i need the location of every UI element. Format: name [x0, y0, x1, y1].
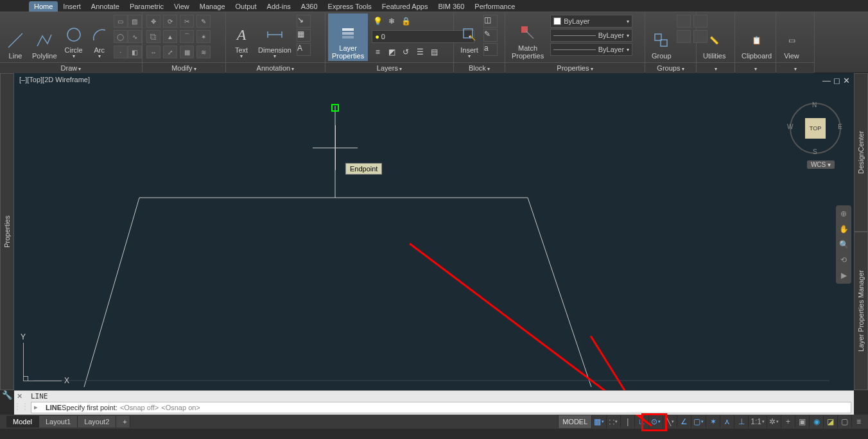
nav-orbit-icon[interactable]: ⟲ [838, 254, 849, 266]
layer-state-icon[interactable]: ☰ [414, 46, 426, 58]
mtext-icon[interactable]: A [297, 43, 311, 56]
attr-icon[interactable]: a [483, 43, 498, 56]
tab-manage[interactable]: Manage [195, 1, 230, 12]
hatch-icon[interactable]: ▨ [128, 15, 142, 28]
utilities-button[interactable]: 📏Utilities [699, 13, 729, 61]
status-snap-icon[interactable]: ⸬ ▾ [606, 415, 620, 428]
nav-pan-icon[interactable]: ✋ [838, 223, 849, 235]
status-ws-icon[interactable]: + [781, 415, 795, 428]
layer-off-icon[interactable]: 💡 [372, 15, 383, 27]
color-combo[interactable]: ByLayer▾ [550, 15, 632, 28]
match-properties-button[interactable]: Match Properties [508, 13, 548, 61]
arc-button[interactable]: Arc [87, 13, 112, 61]
tab-bim360[interactable]: BIM 360 [433, 1, 469, 12]
panel-utilities-title[interactable] [697, 62, 734, 73]
clipboard-button[interactable]: 📋Clipboard [738, 13, 776, 61]
ungroup-icon[interactable] [677, 15, 691, 28]
cmd-input[interactable]: ▸ LINE Specify first point: <Osnap off> … [31, 402, 851, 413]
layer-lock-icon[interactable]: 🔒 [400, 15, 412, 27]
array-icon[interactable]: ▦ [180, 46, 194, 58]
add-layout-button[interactable]: + [116, 416, 130, 427]
status-clean-icon[interactable]: ▢ [837, 415, 851, 428]
wcs-badge[interactable]: WCS ▾ [807, 160, 835, 169]
status-customize-icon[interactable]: ≡ [851, 415, 865, 428]
mirror-icon[interactable]: ▲ [163, 30, 177, 43]
status-monitor-icon[interactable]: ▣ [795, 415, 809, 428]
status-model-button[interactable]: MODEL [558, 415, 591, 428]
panel-block-title[interactable]: Block [454, 62, 505, 73]
nav-zoom-icon[interactable]: 🔍 [838, 239, 849, 250]
status-osnap-icon[interactable]: ▢ ▾ [691, 415, 706, 428]
ellipse-icon[interactable]: ◯ [114, 30, 128, 43]
point-icon[interactable]: · [114, 46, 128, 58]
table-icon[interactable]: ▦ [297, 29, 311, 42]
nav-fullnav-icon[interactable]: ⊕ [838, 208, 849, 220]
panel-properties-title[interactable]: Properties [505, 62, 645, 73]
fillet-icon[interactable]: ⌒ [180, 30, 194, 43]
viewport-label[interactable]: [–][Top][2D Wireframe] [19, 76, 90, 83]
panel-layers-title[interactable]: Layers [326, 62, 453, 73]
status-grid-icon[interactable]: ▦ ▾ [591, 415, 606, 428]
tab-output[interactable]: Output [230, 1, 262, 12]
tab-home[interactable]: Home [29, 1, 58, 12]
region-icon[interactable]: ◧ [128, 46, 142, 58]
text-button[interactable]: A Text [229, 13, 254, 61]
dimension-button[interactable]: Dimension [254, 13, 295, 61]
move-icon[interactable]: ✥ [146, 15, 161, 28]
layout2-tab[interactable]: Layout2 [78, 416, 116, 427]
view-button[interactable]: ▭View [779, 13, 804, 61]
cmd-drag-handle[interactable]: ⋮⋮ [17, 400, 26, 413]
tab-addins[interactable]: Add-ins [262, 1, 296, 12]
lineweight-combo[interactable]: ByLayer▾ [550, 29, 632, 42]
viewcube-face[interactable]: TOP [805, 118, 826, 139]
layout1-tab[interactable]: Layout1 [39, 416, 78, 427]
status-dyn-icon[interactable]: ⊥ [734, 415, 748, 428]
status-isolate-icon[interactable]: ◪ [823, 415, 837, 428]
status-hw-icon[interactable]: ◉ [809, 415, 823, 428]
layer-properties-button[interactable]: Layer Properties [328, 13, 368, 61]
insert-button[interactable]: Insert [456, 13, 482, 61]
panel-draw-title[interactable]: Draw [0, 62, 142, 73]
spline-icon[interactable]: ∿ [128, 30, 142, 43]
viewport[interactable]: [–][Top][2D Wireframe] — ◻ ✕ Endpoint X … [14, 73, 854, 390]
status-3dosnap-icon[interactable]: ✶ [706, 415, 720, 428]
tab-parametric[interactable]: Parametric [125, 1, 169, 12]
panel-view-title[interactable] [776, 62, 814, 73]
group-button[interactable]: Group [648, 13, 675, 61]
erase-icon[interactable]: ✎ [196, 15, 211, 28]
layer-iso-icon[interactable]: ◩ [386, 46, 397, 58]
tab-express[interactable]: Express Tools [323, 1, 377, 12]
stretch-icon[interactable]: ↔ [146, 46, 161, 58]
polyline-button[interactable]: Polyline [28, 13, 61, 61]
status-scale-button[interactable]: 1:1 ▾ [748, 415, 767, 428]
customize-icon[interactable]: 🔧 [1, 389, 13, 400]
circle-button[interactable]: Circle [61, 13, 87, 61]
linetype-combo[interactable]: ByLayer▾ [550, 43, 632, 56]
status-dynucs-icon[interactable]: ⋏ [720, 415, 734, 428]
layer-walk-icon[interactable]: ▤ [428, 46, 440, 58]
copy-icon[interactable]: ⿻ [146, 30, 161, 43]
layer-manager-palette-tab[interactable]: Layer Properties Manager [854, 232, 868, 390]
panel-annotation-title[interactable]: Annotation [226, 62, 325, 73]
panel-groups-title[interactable]: Groups [645, 62, 696, 73]
viewcube[interactable]: TOP NSEW [790, 103, 841, 154]
layer-match-icon[interactable]: ≡ [372, 46, 383, 58]
layer-prev-icon[interactable]: ↺ [400, 46, 412, 58]
rectangle-icon[interactable]: ▭ [114, 15, 128, 28]
panel-clipboard-title[interactable] [735, 62, 776, 73]
designcenter-palette-tab[interactable]: DesignCenter [854, 73, 868, 232]
line-button[interactable]: Line [3, 13, 28, 61]
tab-annotate[interactable]: Annotate [86, 1, 125, 12]
layer-freeze-icon[interactable]: ❄ [386, 15, 397, 27]
offset-icon[interactable]: ≋ [196, 46, 211, 58]
tab-featured[interactable]: Featured Apps [377, 1, 433, 12]
create-block-icon[interactable]: ◫ [483, 15, 498, 28]
edit-block-icon[interactable]: ✎ [483, 29, 498, 42]
tab-view[interactable]: View [169, 1, 195, 12]
leader-icon[interactable]: ↘ [297, 15, 311, 28]
group-bbox-icon[interactable] [677, 30, 691, 43]
nav-showmotion-icon[interactable]: ▶ [838, 270, 849, 281]
tab-insert[interactable]: Insert [58, 1, 86, 12]
rotate-icon[interactable]: ⟳ [163, 15, 177, 28]
scale-icon[interactable]: ⤢ [163, 46, 177, 58]
